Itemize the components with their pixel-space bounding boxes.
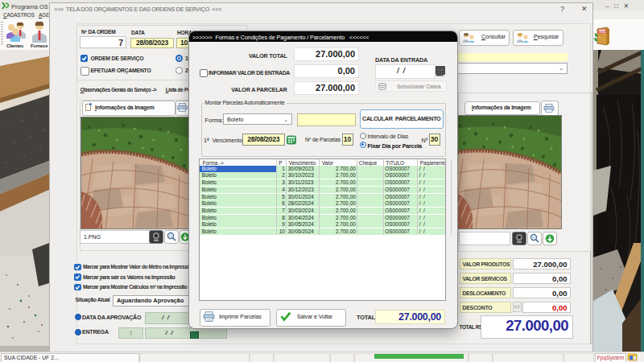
svg-text:EXIT: EXIT [599, 31, 606, 34]
